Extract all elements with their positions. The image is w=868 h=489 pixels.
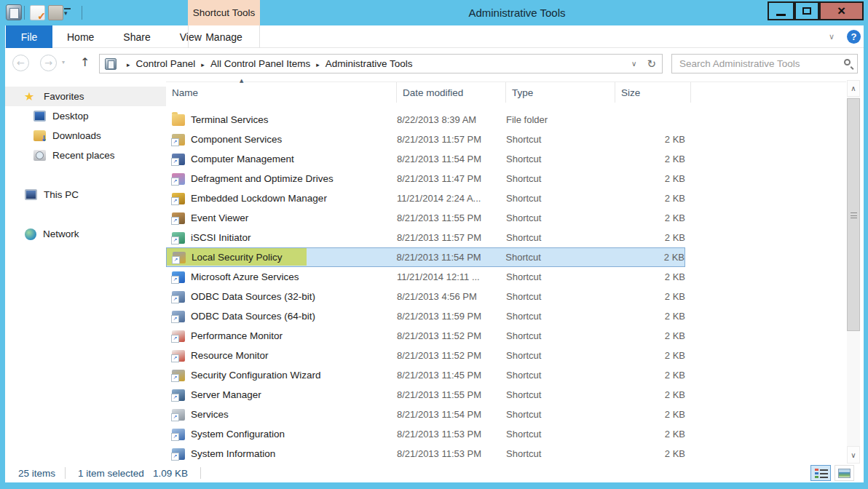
breadcrumb-item[interactable]: Control Panel [136, 58, 196, 69]
file-row[interactable]: Embedded Lockdown Manager11/21/2014 2:24… [166, 188, 685, 208]
qat-customize-chevron-icon[interactable]: ▾ [64, 8, 71, 17]
lockdown-manager-icon [172, 193, 185, 204]
tab-manage[interactable]: Manage [188, 25, 260, 48]
file-row[interactable]: Server Manager8/21/2013 11:55 PMShortcut… [166, 385, 685, 405]
close-button[interactable]: × [819, 1, 864, 20]
file-name-cell: Resource Monitor [166, 346, 397, 365]
scroll-up-button[interactable]: ∧ [847, 80, 860, 97]
file-row[interactable]: ODBC Data Sources (32-bit)8/21/2013 4:56… [166, 287, 685, 306]
search-icon[interactable] [844, 59, 851, 65]
file-name: ODBC Data Sources (64-bit) [191, 311, 315, 322]
column-header-size[interactable]: Size [615, 82, 691, 103]
back-button[interactable]: ← [12, 55, 29, 71]
contextual-tab-group-label: Shortcut Tools [188, 0, 260, 25]
file-row[interactable]: Computer Management8/21/2013 11:54 PMSho… [166, 149, 685, 169]
sidebar-item-downloads[interactable]: Downloads [5, 126, 166, 146]
window-border-right [864, 25, 868, 482]
file-row[interactable]: Event Viewer8/21/2013 11:55 PMShortcut2 … [166, 208, 685, 228]
vertical-scrollbar[interactable]: ∧ ∨ [847, 80, 860, 464]
file-row[interactable]: System Information8/21/2013 11:53 PMShor… [166, 444, 685, 464]
sidebar-item-label: This PC [44, 189, 79, 200]
iscsi-initiator-icon [172, 232, 185, 244]
sidebar-item-label: Downloads [52, 130, 101, 141]
window-icon[interactable] [6, 4, 22, 20]
file-row[interactable]: Local Security Policy8/21/2013 11:54 PMS… [166, 247, 685, 267]
minimize-ribbon-chevron-icon[interactable]: ∨ [829, 32, 835, 41]
file-size: 2 KB [615, 370, 685, 381]
file-size: 2 KB [615, 389, 685, 400]
file-date-modified: 8/21/2013 11:53 PM [397, 448, 506, 459]
forward-button[interactable]: → [40, 55, 57, 71]
computer-management-icon [172, 154, 185, 165]
server-manager-icon [172, 389, 185, 401]
sidebar-item-label: Desktop [52, 111, 89, 122]
scroll-down-button[interactable]: ∨ [847, 446, 860, 464]
file-name-cell: Defragment and Optimize Drives [166, 169, 397, 188]
sidebar-item-desktop[interactable]: Desktop [5, 106, 166, 126]
file-row[interactable]: System Configuration8/21/2013 11:53 PMSh… [166, 424, 685, 444]
breadcrumb-item[interactable]: Administrative Tools [326, 58, 413, 69]
column-header-name[interactable]: Name [166, 82, 397, 103]
breadcrumb-item[interactable]: All Control Panel Items [210, 58, 310, 69]
file-row[interactable]: Defragment and Optimize Drives8/21/2013 … [166, 169, 685, 188]
file-name: Local Security Policy [192, 252, 283, 263]
file-name-cell: ODBC Data Sources (64-bit) [166, 306, 397, 326]
desktop-icon [33, 111, 46, 122]
minimize-button[interactable] [768, 1, 794, 20]
scrollbar-thumb[interactable] [847, 98, 860, 331]
file-row[interactable]: Security Configuration Wizard8/21/2013 1… [166, 365, 685, 385]
file-name-cell: Server Manager [166, 385, 397, 405]
file-type: Shortcut [506, 232, 615, 243]
status-bar: 25 items 1 item selected 1.09 KB [5, 464, 864, 482]
file-row[interactable]: Component Services8/21/2013 11:57 PMShor… [166, 130, 685, 149]
file-row[interactable]: Services8/21/2013 11:54 PMShortcut2 KB [166, 405, 685, 424]
file-row[interactable]: Terminal Services8/22/2013 8:39 AMFile f… [166, 110, 685, 130]
file-name-cell: System Configuration [166, 424, 397, 444]
sidebar-item-network[interactable]: Network [5, 224, 166, 244]
tab-file[interactable]: File [6, 25, 52, 48]
up-button[interactable]: ↑ [80, 55, 90, 69]
file-size: 2 KB [615, 232, 685, 243]
file-date-modified: 11/21/2014 12:11 ... [397, 271, 506, 282]
qat-new-folder-button[interactable] [48, 5, 63, 20]
qat-properties-button[interactable] [30, 5, 45, 20]
details-view-button[interactable] [810, 465, 831, 481]
sidebar-item-label: Network [43, 228, 79, 239]
file-date-modified: 8/21/2013 11:55 PM [397, 212, 506, 223]
column-header-type[interactable]: Type [506, 82, 615, 103]
file-type: Shortcut [506, 291, 615, 302]
address-dropdown-chevron-icon[interactable]: ∨ [631, 60, 636, 68]
help-button[interactable]: ? [847, 30, 861, 44]
address-bar-controls: ∨ ↻ [631, 55, 656, 73]
window-title: Administrative Tools [331, 0, 703, 25]
file-row[interactable]: Microsoft Azure Services11/21/2014 12:11… [166, 267, 685, 287]
search-input[interactable] [672, 55, 836, 73]
sidebar-item-this-pc[interactable]: This PC [5, 185, 166, 204]
security-config-wizard-icon [172, 370, 185, 381]
sidebar-item-label: Recent places [52, 150, 115, 161]
file-date-modified: 8/21/2013 11:52 PM [397, 330, 506, 341]
file-row[interactable]: Performance Monitor8/21/2013 11:52 PMSho… [166, 326, 685, 346]
window-border-left [0, 25, 5, 482]
file-row[interactable]: ODBC Data Sources (64-bit)8/21/2013 11:5… [166, 306, 685, 326]
tab-share[interactable]: Share [108, 25, 165, 48]
sidebar-item-recent-places[interactable]: Recent places [5, 146, 166, 165]
recent-locations-chevron-icon[interactable]: ▾ [62, 59, 65, 65]
file-row[interactable]: iSCSI Initiator8/21/2013 11:57 PMShortcu… [166, 228, 685, 247]
file-date-modified: 8/21/2013 11:45 PM [397, 370, 506, 381]
file-name: Server Manager [191, 389, 261, 400]
maximize-button[interactable] [794, 1, 819, 20]
tab-home[interactable]: Home [52, 25, 108, 48]
file-date-modified: 8/21/2013 11:59 PM [397, 311, 506, 322]
file-date-modified: 8/22/2013 8:39 AM [397, 114, 506, 125]
network-icon [25, 228, 36, 240]
large-icons-view-button[interactable] [835, 465, 854, 481]
search-box [671, 54, 858, 73]
file-name: Computer Management [191, 154, 294, 164]
sidebar-item-favorites[interactable]: ★Favorites [5, 87, 166, 106]
column-header-date-modified[interactable]: Date modified [397, 82, 506, 103]
refresh-icon[interactable]: ↻ [647, 57, 656, 71]
file-row[interactable]: Resource Monitor8/21/2013 11:52 PMShortc… [166, 346, 685, 365]
address-bar[interactable]: ▸Control Panel▸All Control Panel Items▸A… [99, 54, 663, 73]
file-size: 2 KB [615, 154, 685, 164]
